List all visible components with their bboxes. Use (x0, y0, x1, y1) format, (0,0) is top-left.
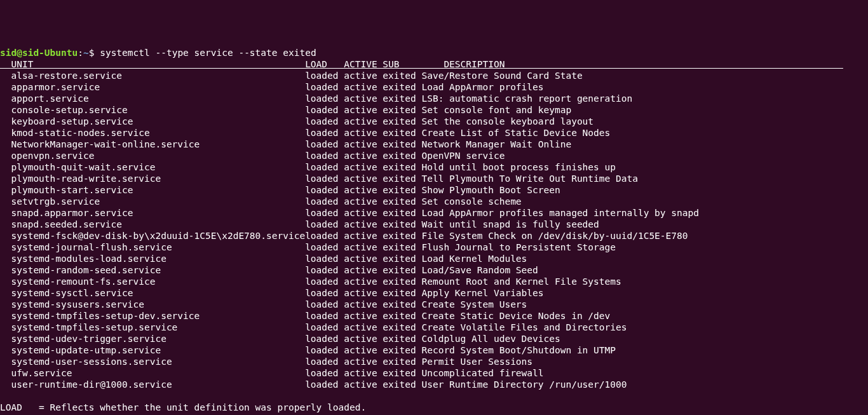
service-row: plymouth-quit-wait.service loaded active… (0, 161, 868, 173)
service-row: plymouth-start.service loaded active exi… (0, 184, 868, 196)
legend-load: LOAD = Reflects whether the unit definit… (0, 402, 868, 413)
table-header: UNIT LOAD ACTIVE SUB DESCRIPTION (0, 58, 868, 70)
service-row: systemd-tmpfiles-setup-dev.service loade… (0, 310, 868, 322)
service-row: user-runtime-dir@1000.service loaded act… (0, 379, 868, 390)
prompt-dollar: $ (89, 48, 100, 58)
prompt-path: ~ (83, 48, 89, 58)
service-row: systemd-tmpfiles-setup.service loaded ac… (0, 322, 868, 333)
service-row: systemd-update-utmp.service loaded activ… (0, 344, 868, 356)
service-row: systemd-modules-load.service loaded acti… (0, 253, 868, 264)
service-row: systemd-random-seed.service loaded activ… (0, 264, 868, 276)
service-row: snapd.apparmor.service loaded active exi… (0, 207, 868, 219)
service-row: keyboard-setup.service loaded active exi… (0, 116, 868, 127)
service-row: snapd.seeded.service loaded active exite… (0, 219, 868, 230)
service-row: apport.service loaded active exited LSB:… (0, 93, 868, 104)
command-text: systemctl --type service --state exited (100, 48, 316, 58)
prompt-host: @sid-Ubuntu (17, 48, 78, 58)
service-row: systemd-sysusers.service loaded active e… (0, 299, 868, 310)
prompt-colon: : (78, 48, 83, 58)
service-row: setvtrgb.service loaded active exited Se… (0, 196, 868, 207)
service-row: console-setup.service loaded active exit… (0, 104, 868, 116)
service-row: systemd-journal-flush.service loaded act… (0, 242, 868, 253)
prompt-line: sid@sid-Ubuntu:~$ systemctl --type servi… (0, 47, 868, 58)
service-row: systemd-remount-fs.service loaded active… (0, 276, 868, 287)
service-row: systemd-sysctl.service loaded active exi… (0, 287, 868, 299)
terminal-output[interactable]: sid@sid-Ubuntu:~$ systemctl --type servi… (0, 47, 868, 415)
service-row: ufw.service loaded active exited Uncompl… (0, 367, 868, 379)
service-row: plymouth-read-write.service loaded activ… (0, 173, 868, 184)
service-row: systemd-user-sessions.service loaded act… (0, 356, 868, 367)
service-row: kmod-static-nodes.service loaded active … (0, 127, 868, 139)
service-row: NetworkManager-wait-online.service loade… (0, 139, 868, 150)
prompt-user: sid (0, 48, 17, 58)
service-row: systemd-fsck@dev-disk-by\x2duuid-1C5E\x2… (0, 230, 868, 242)
service-row: openvpn.service loaded active exited Ope… (0, 150, 868, 161)
service-row: systemd-udev-trigger.service loaded acti… (0, 333, 868, 344)
blank-line (0, 390, 868, 402)
service-row: apparmor.service loaded active exited Lo… (0, 81, 868, 93)
service-row: alsa-restore.service loaded active exite… (0, 70, 868, 81)
